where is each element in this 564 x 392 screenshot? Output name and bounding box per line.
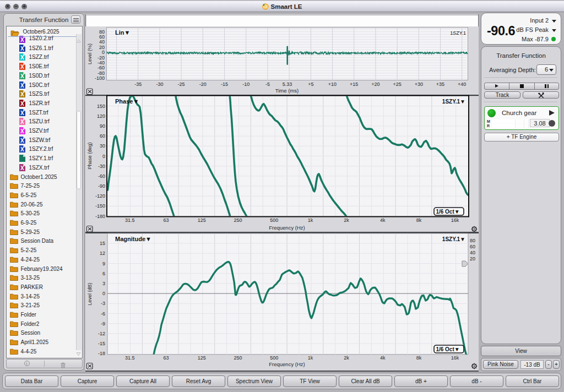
svg-text:+25: +25 xyxy=(393,81,401,87)
svg-text:X: X xyxy=(20,119,24,125)
svg-text:+20: +20 xyxy=(371,81,379,87)
svg-text:Phase▼: Phase▼ xyxy=(115,98,139,105)
svg-text:125: 125 xyxy=(198,217,206,223)
svg-text:15: 15 xyxy=(100,241,105,246)
svg-text:Level (dB): Level (dB) xyxy=(87,282,93,305)
svg-text:0: 0 xyxy=(102,291,105,296)
svg-text:-3: -3 xyxy=(101,301,105,306)
svg-text:Phase (deg): Phase (deg) xyxy=(87,142,93,169)
svg-text:-9: -9 xyxy=(101,321,105,326)
svg-text:Lin▼: Lin▼ xyxy=(115,29,130,36)
svg-text:40: 40 xyxy=(470,250,475,255)
svg-text:-18: -18 xyxy=(98,351,105,356)
svg-text:-30: -30 xyxy=(156,81,163,87)
svg-text:500: 500 xyxy=(270,217,278,223)
svg-text:500: 500 xyxy=(270,355,278,361)
svg-text:-6: -6 xyxy=(101,311,105,317)
svg-text:30: 30 xyxy=(100,143,105,149)
svg-text:31.5: 31.5 xyxy=(125,217,135,223)
svg-text:1SZY.1▼: 1SZY.1▼ xyxy=(442,99,465,105)
svg-text:X: X xyxy=(20,165,24,171)
svg-text:1SZY.1: 1SZY.1 xyxy=(450,30,466,36)
svg-text:+30: +30 xyxy=(415,81,423,87)
svg-text:5.33: 5.33 xyxy=(283,81,292,87)
svg-text:X: X xyxy=(20,37,24,43)
svg-text:2k: 2k xyxy=(344,217,349,223)
svg-text:Time (ms): Time (ms) xyxy=(275,88,299,94)
svg-text:250: 250 xyxy=(234,355,242,361)
svg-text:-120: -120 xyxy=(95,193,105,199)
svg-text:4k: 4k xyxy=(380,355,386,361)
svg-text:X: X xyxy=(20,110,24,116)
svg-text:1k: 1k xyxy=(308,355,313,361)
svg-text:60: 60 xyxy=(470,244,475,249)
svg-text:X: X xyxy=(20,100,24,106)
svg-text:+35: +35 xyxy=(436,81,444,87)
svg-text:X: X xyxy=(20,137,24,143)
svg-text:9: 9 xyxy=(102,261,105,266)
svg-text:-25: -25 xyxy=(178,81,185,87)
svg-text:1SZY.1▼: 1SZY.1▼ xyxy=(442,236,465,242)
svg-text:Frequency (Hz): Frequency (Hz) xyxy=(269,361,305,367)
svg-text:1k: 1k xyxy=(308,217,313,223)
svg-text:60: 60 xyxy=(100,133,105,139)
svg-text:X: X xyxy=(20,64,24,70)
svg-text:3: 3 xyxy=(102,281,105,286)
svg-text:-15: -15 xyxy=(221,81,228,87)
svg-text:-5: -5 xyxy=(265,81,270,87)
svg-text:-30: -30 xyxy=(98,164,105,169)
svg-text:-90: -90 xyxy=(98,183,105,189)
svg-text:120: 120 xyxy=(97,113,105,119)
svg-text:X: X xyxy=(20,55,24,61)
svg-text:-20: -20 xyxy=(199,81,207,87)
svg-text:LE: LE xyxy=(263,5,268,9)
svg-text:-12: -12 xyxy=(98,331,105,336)
svg-text:20: 20 xyxy=(470,256,475,262)
svg-text:-180: -180 xyxy=(95,214,105,219)
svg-text:16k: 16k xyxy=(451,217,459,223)
svg-text:-15: -15 xyxy=(98,341,105,346)
svg-text:+10: +10 xyxy=(328,81,337,87)
svg-text:63: 63 xyxy=(163,355,169,361)
svg-text:8k: 8k xyxy=(416,217,422,223)
svg-text:X: X xyxy=(20,146,24,153)
svg-text:0: 0 xyxy=(102,154,105,159)
svg-text:-60: -60 xyxy=(98,173,105,179)
svg-text:2k: 2k xyxy=(344,355,349,361)
svg-text:125: 125 xyxy=(198,355,206,361)
svg-text:16k: 16k xyxy=(451,355,459,361)
svg-text:X: X xyxy=(20,73,24,79)
svg-text:-150: -150 xyxy=(95,203,105,209)
svg-text:X: X xyxy=(20,45,24,51)
svg-text:Frequency (Hz): Frequency (Hz) xyxy=(269,225,305,231)
svg-text:+5: +5 xyxy=(308,81,313,87)
svg-text:1/6 Oct▼: 1/6 Oct▼ xyxy=(436,209,459,215)
svg-text:31.5: 31.5 xyxy=(125,355,135,361)
svg-text:Magnitude▼: Magnitude▼ xyxy=(115,236,151,242)
svg-text:+40: +40 xyxy=(458,81,466,87)
svg-text:250: 250 xyxy=(234,217,242,223)
svg-text:+15: +15 xyxy=(350,81,358,87)
svg-text:8k: 8k xyxy=(416,355,422,361)
svg-text:12: 12 xyxy=(100,251,105,256)
svg-text:63: 63 xyxy=(163,217,169,223)
svg-text:80: 80 xyxy=(470,238,475,243)
svg-text:X: X xyxy=(20,82,24,88)
svg-text:-100: -100 xyxy=(95,75,105,81)
svg-text:1/6 Oct▼: 1/6 Oct▼ xyxy=(436,346,459,352)
svg-text:X: X xyxy=(20,91,24,97)
svg-text:X: X xyxy=(20,128,24,134)
svg-text:-10: -10 xyxy=(242,81,250,87)
svg-text:-35: -35 xyxy=(134,81,142,87)
svg-text:4k: 4k xyxy=(380,217,386,223)
svg-text:90: 90 xyxy=(100,123,105,129)
svg-text:6: 6 xyxy=(102,271,105,276)
svg-text:150: 150 xyxy=(97,104,105,109)
svg-text:Level (%): Level (%) xyxy=(87,43,93,64)
